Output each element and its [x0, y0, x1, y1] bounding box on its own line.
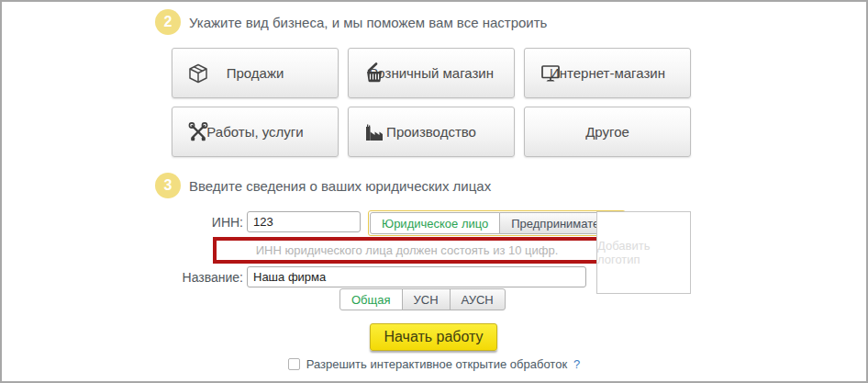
- step2-header: 2 Укажите вид бизнеса, и мы поможем вам …: [155, 9, 547, 35]
- step3-badge: 3: [155, 173, 181, 198]
- tax-system-toggle: Общая УСН АУСН: [339, 288, 506, 310]
- step2-title: Укажите вид бизнеса, и мы поможем вам вс…: [189, 15, 547, 30]
- name-label: Название:: [170, 270, 243, 285]
- business-type-label: Интернет-магазин: [550, 65, 665, 81]
- start-work-button[interactable]: Начать работу: [370, 323, 497, 351]
- business-type-button-production[interactable]: Производство: [348, 107, 515, 157]
- tax-option-general[interactable]: Общая: [339, 288, 403, 310]
- package-icon: [187, 62, 209, 84]
- business-type-button-other[interactable]: Другое: [524, 107, 691, 157]
- step3-title: Введите сведения о ваших юридических лиц…: [189, 178, 491, 194]
- setup-wizard-window: 2 Укажите вид бизнеса, и мы поможем вам …: [0, 0, 868, 383]
- business-type-label: Производство: [386, 124, 476, 140]
- entity-type-toggle: Юридическое лицо Предприниматель: [368, 210, 626, 236]
- tools-icon: [187, 121, 209, 143]
- inn-label: ИНН:: [170, 215, 243, 230]
- inn-error-message: ИНН юридического лица должен состоять из…: [256, 243, 559, 257]
- business-type-label: Работы, услуги: [206, 124, 303, 140]
- tax-option-usn[interactable]: УСН: [402, 288, 451, 310]
- business-type-button-online-store[interactable]: Интернет-магазин: [524, 48, 691, 98]
- tax-option-ausn[interactable]: АУСН: [450, 288, 506, 310]
- name-input[interactable]: [247, 266, 586, 287]
- toggle-option-legal-entity[interactable]: Юридическое лицо: [370, 212, 500, 234]
- basket-icon: [363, 62, 385, 84]
- business-type-label: Продажи: [227, 65, 284, 81]
- business-type-grid: Продажи Розничный магазин Интернет-маг: [172, 48, 691, 157]
- interactive-open-row: Разрешить интерактивное открытие обработ…: [2, 357, 866, 371]
- business-type-button-retail[interactable]: Розничный магазин: [348, 48, 515, 98]
- interactive-open-label: Разрешить интерактивное открытие обработ…: [306, 357, 567, 371]
- logo-placeholder-text: Добавить логотип: [597, 239, 690, 266]
- business-type-label: Другое: [585, 124, 629, 140]
- step3-header: 3 Введите сведения о ваших юридических л…: [155, 173, 491, 198]
- business-type-button-services[interactable]: Работы, услуги: [172, 107, 339, 157]
- business-type-label: Розничный магазин: [369, 65, 494, 81]
- error-highlight-box: ИНН юридического лица должен состоять из…: [213, 237, 601, 264]
- factory-icon: [363, 121, 385, 143]
- monitor-icon: [540, 62, 562, 84]
- business-type-button-sales[interactable]: Продажи: [172, 48, 339, 98]
- help-link[interactable]: ?: [573, 357, 580, 371]
- inn-input[interactable]: [247, 211, 361, 232]
- step2-badge: 2: [155, 9, 181, 35]
- logo-upload-box[interactable]: Добавить логотип: [596, 211, 691, 294]
- interactive-open-checkbox[interactable]: [288, 358, 300, 370]
